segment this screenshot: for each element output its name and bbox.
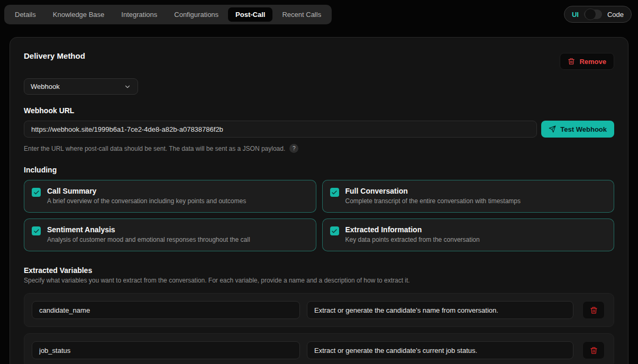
- test-webhook-button[interactable]: Test Webhook: [541, 121, 614, 138]
- tab-details[interactable]: Details: [7, 7, 43, 22]
- option-card-extracted-information[interactable]: Extracted Information Key data points ex…: [322, 219, 615, 251]
- option-card-call-summary[interactable]: Call Summary A brief overview of the con…: [24, 180, 316, 213]
- webhook-url-label: Webhook URL: [24, 106, 614, 115]
- check-icon: [331, 189, 338, 196]
- tab-post-call[interactable]: Post-Call: [228, 7, 272, 22]
- check-icon: [33, 228, 40, 234]
- including-options-grid: Call Summary A brief overview of the con…: [24, 180, 614, 251]
- checkbox-full-conversation[interactable]: [330, 188, 339, 197]
- option-text: Full Conversation Complete transcript of…: [345, 187, 521, 205]
- extracted-variables-description: Specify what variables you want to extra…: [24, 277, 614, 284]
- variable-name-input[interactable]: [32, 301, 300, 319]
- delivery-method-label: Delivery Method: [24, 51, 85, 60]
- tab-knowledge-base[interactable]: Knowledge Base: [45, 7, 112, 22]
- check-icon: [33, 189, 40, 196]
- mode-switch[interactable]: [584, 10, 602, 19]
- webhook-helper-row: Enter the URL where post-call data shoul…: [24, 144, 614, 153]
- tab-recent-calls[interactable]: Recent Calls: [275, 7, 329, 22]
- variable-name-input[interactable]: [32, 341, 300, 359]
- checkbox-call-summary[interactable]: [32, 188, 41, 197]
- delivery-method-header: Delivery Method Remove: [24, 51, 614, 70]
- checkbox-extracted-information[interactable]: [330, 226, 339, 235]
- variable-description-input[interactable]: [307, 341, 573, 359]
- option-text: Call Summary A brief overview of the con…: [47, 187, 246, 205]
- tab-configurations[interactable]: Configurations: [167, 7, 226, 22]
- option-description: Analysis of customer mood and emotional …: [47, 236, 250, 243]
- delivery-method-value: Webhook: [31, 83, 60, 90]
- option-description: A brief overview of the conversation inc…: [47, 197, 246, 205]
- option-card-full-conversation[interactable]: Full Conversation Complete transcript of…: [322, 180, 615, 213]
- option-title: Extracted Information: [345, 225, 480, 234]
- option-text: Extracted Information Key data points ex…: [345, 225, 480, 243]
- webhook-url-input[interactable]: [24, 121, 537, 138]
- option-description: Complete transcript of the entire conver…: [345, 197, 521, 205]
- tab-integrations[interactable]: Integrations: [114, 7, 165, 22]
- remove-button[interactable]: Remove: [560, 53, 614, 70]
- webhook-url-row: Test Webhook: [24, 121, 614, 138]
- trash-icon: [568, 58, 575, 65]
- option-title: Full Conversation: [345, 187, 521, 195]
- option-card-sentiment-analysis[interactable]: Sentiment Analysis Analysis of customer …: [24, 219, 316, 251]
- variable-row-job-status: [24, 333, 614, 364]
- delete-variable-button[interactable]: [582, 301, 605, 319]
- option-description: Key data points extracted from the conve…: [345, 236, 480, 243]
- send-icon: [549, 125, 556, 133]
- including-label: Including: [24, 166, 614, 174]
- variable-description-input[interactable]: [307, 301, 573, 319]
- trash-icon: [590, 306, 598, 314]
- tab-bar: Details Knowledge Base Integrations Conf…: [4, 5, 332, 24]
- option-text: Sentiment Analysis Analysis of customer …: [47, 225, 250, 243]
- delete-variable-button[interactable]: [582, 341, 605, 359]
- top-bar: Details Knowledge Base Integrations Conf…: [4, 4, 632, 24]
- trash-icon: [590, 347, 598, 354]
- post-call-panel: Delivery Method Remove Webhook Webhook U…: [10, 37, 628, 364]
- help-icon[interactable]: ?: [289, 144, 298, 153]
- test-webhook-label: Test Webhook: [560, 125, 607, 133]
- option-title: Call Summary: [47, 187, 246, 195]
- webhook-helper-text: Enter the URL where post-call data shoul…: [24, 145, 285, 152]
- chevron-down-icon: [124, 83, 131, 90]
- remove-label: Remove: [579, 58, 606, 66]
- extracted-variables-label: Extracted Variables: [24, 266, 614, 275]
- mode-switch-knob: [585, 8, 596, 20]
- checkbox-sentiment-analysis[interactable]: [32, 226, 41, 235]
- delivery-method-select[interactable]: Webhook: [24, 78, 138, 95]
- option-title: Sentiment Analysis: [47, 225, 250, 234]
- code-mode-label[interactable]: Code: [607, 11, 624, 19]
- ui-code-toggle[interactable]: UI Code: [564, 6, 632, 23]
- check-icon: [331, 228, 338, 234]
- ui-mode-label[interactable]: UI: [572, 11, 579, 19]
- variable-row-candidate-name: [24, 293, 614, 327]
